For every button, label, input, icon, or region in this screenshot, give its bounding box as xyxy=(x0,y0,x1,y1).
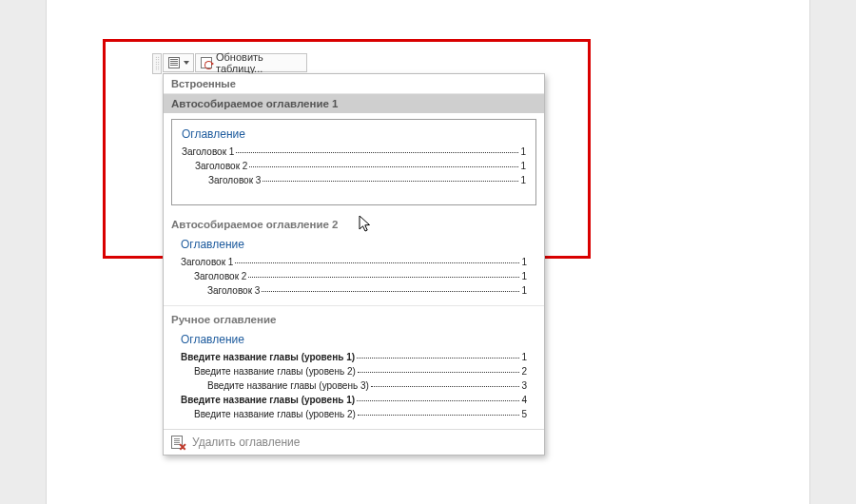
toc-line: Введите название главы (уровень 3)3 xyxy=(181,378,527,393)
gallery-item-manual[interactable]: Ручное оглавление xyxy=(164,306,544,329)
gallery-preview-auto1[interactable]: Оглавление Заголовок 11 Заголовок 21 Заг… xyxy=(171,119,536,205)
refresh-page-icon xyxy=(201,57,212,68)
gallery-section-builtin: Встроенные xyxy=(164,74,544,94)
gallery-delete-toc[interactable]: Удалить оглавление xyxy=(164,429,544,455)
update-toc-button[interactable]: Обновить таблицу... xyxy=(195,53,307,72)
toc-style-dropdown[interactable] xyxy=(163,53,194,72)
toc-gallery-dropdown: Встроенные Автособираемое оглавление 1 О… xyxy=(163,73,545,456)
toc-line: Введите название главы (уровень 1)4 xyxy=(181,393,527,407)
gallery-item-auto1[interactable]: Автособираемое оглавление 1 xyxy=(164,94,544,113)
gallery-preview-auto2[interactable]: Оглавление Заголовок 11 Заголовок 21 Заг… xyxy=(171,236,536,300)
toc-line: Введите название главы (уровень 1)1 xyxy=(181,350,527,364)
toc-grip-handle[interactable] xyxy=(152,53,162,74)
gallery-delete-label: Удалить оглавление xyxy=(192,436,300,449)
gallery-item-auto2[interactable]: Автособираемое оглавление 2 xyxy=(164,211,544,234)
toc-line: Заголовок 11 xyxy=(182,145,526,159)
toc-line: Заголовок 31 xyxy=(181,283,527,298)
gallery-preview-manual[interactable]: Оглавление Введите название главы (урове… xyxy=(171,331,536,423)
preview-heading: Оглавление xyxy=(181,238,527,251)
toc-line: Введите название главы (уровень 2)2 xyxy=(181,364,527,378)
toc-line: Заголовок 21 xyxy=(182,159,526,173)
toc-line: Заголовок 31 xyxy=(182,173,526,187)
delete-toc-icon xyxy=(171,436,185,449)
update-toc-label: Обновить таблицу... xyxy=(216,51,302,74)
toc-document-icon xyxy=(168,57,180,68)
preview-heading: Оглавление xyxy=(181,333,527,346)
toc-line: Введите название главы (уровень 2)5 xyxy=(181,407,527,421)
toc-line: Заголовок 21 xyxy=(181,269,527,283)
chevron-down-icon xyxy=(184,61,189,65)
preview-heading: Оглавление xyxy=(182,127,526,141)
toc-line: Заголовок 11 xyxy=(181,255,527,269)
